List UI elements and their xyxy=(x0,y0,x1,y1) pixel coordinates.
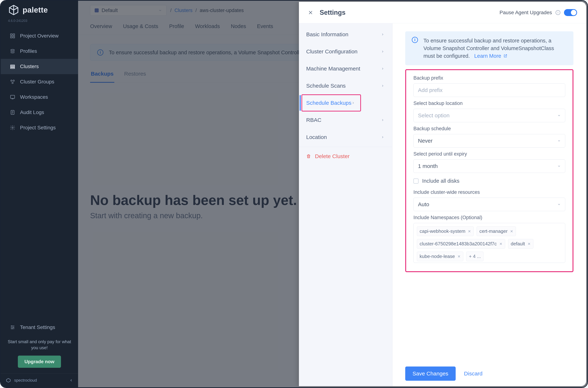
sidebar-item-label: Cluster Groups xyxy=(20,79,54,85)
svg-point-17 xyxy=(12,328,13,329)
namespace-tag[interactable]: kube-node-lease✕ xyxy=(417,252,463,261)
backup-schedule-select[interactable]: Never xyxy=(413,134,565,147)
sidebar-item-tenant-settings[interactable]: Tenant Settings xyxy=(6,321,73,334)
tag-label: kube-node-lease xyxy=(420,254,455,259)
sidebar-item-label: Workspaces xyxy=(20,94,48,100)
cluster-groups-icon xyxy=(10,79,15,85)
namespaces-multiselect[interactable]: capi-webhook-system✕ cert-manager✕ clust… xyxy=(413,223,565,263)
chevron-right-icon xyxy=(381,84,384,87)
settings-nav: Basic Information Cluster Configuration … xyxy=(299,23,392,386)
pause-upgrades-toggle[interactable] xyxy=(564,9,577,16)
settings-nav-rbac[interactable]: RBAC xyxy=(299,112,392,129)
audit-logs-icon xyxy=(10,110,15,115)
learn-more-link[interactable]: Learn More xyxy=(474,52,507,60)
svg-marker-18 xyxy=(7,379,10,382)
select-value: Never xyxy=(418,138,432,144)
chevron-right-icon xyxy=(381,33,384,36)
settings-form: i To ensure successful backup and restor… xyxy=(392,23,586,386)
svg-point-11 xyxy=(12,82,13,84)
sidebar-item-clusters[interactable]: Clusters xyxy=(1,59,78,74)
svg-rect-8 xyxy=(11,68,15,69)
sliders-icon xyxy=(10,325,15,330)
select-value: Auto xyxy=(418,201,429,207)
include-all-disks-checkbox[interactable] xyxy=(413,178,419,184)
settings-nav-schedule-scans[interactable]: Schedule Scans xyxy=(299,77,392,94)
settings-nav-machine-management[interactable]: Machine Management xyxy=(299,60,392,77)
expiry-label: Select period until expiry xyxy=(413,151,565,157)
chevron-down-icon xyxy=(557,114,561,117)
settings-nav-basic-information[interactable]: Basic Information xyxy=(299,26,392,43)
chevron-right-icon xyxy=(381,118,384,122)
namespace-tag[interactable]: default✕ xyxy=(508,239,533,249)
chevron-right-icon xyxy=(381,67,384,70)
svg-point-15 xyxy=(11,326,12,326)
settings-nav-schedule-backups[interactable]: Schedule Backups xyxy=(299,94,392,112)
form-info-text: To ensure successful backup and restore … xyxy=(423,37,567,60)
tag-remove-icon[interactable]: ✕ xyxy=(528,242,531,246)
sidebar-item-project-overview[interactable]: Project Overview xyxy=(1,28,78,44)
tenant-picker[interactable]: spectrocloud xyxy=(1,373,78,387)
sidebar-item-audit-logs[interactable]: Audit Logs xyxy=(1,105,78,120)
sidebar-bottom: Tenant Settings Start small and only pay… xyxy=(1,317,78,373)
tag-remove-icon[interactable]: ✕ xyxy=(510,229,513,234)
namespaces-label: Include Namespaces (Optional) xyxy=(413,215,565,220)
tag-remove-icon[interactable]: ✕ xyxy=(499,242,502,246)
upgrade-button[interactable]: Upgrade now xyxy=(18,356,61,368)
tag-label: cert-manager xyxy=(479,228,508,234)
brand-name: palette xyxy=(23,6,48,14)
workspaces-icon xyxy=(10,94,15,100)
sidebar-item-label: Tenant Settings xyxy=(20,324,55,330)
svg-rect-12 xyxy=(11,95,15,98)
namespace-tag[interactable]: cert-manager✕ xyxy=(476,226,516,236)
sidebar-item-cluster-groups[interactable]: Cluster Groups xyxy=(1,74,78,89)
sidebar-item-label: Project Settings xyxy=(20,125,56,131)
settings-nav-label: Schedule Backups xyxy=(306,100,352,106)
svg-point-16 xyxy=(13,327,14,328)
delete-cluster-button[interactable]: Delete Cluster xyxy=(299,149,392,163)
discard-button[interactable]: Discard xyxy=(463,370,484,377)
settings-nav-location[interactable]: Location xyxy=(299,129,392,146)
tag-remove-icon[interactable]: ✕ xyxy=(457,254,461,259)
settings-nav-cluster-configuration[interactable]: Cluster Configuration xyxy=(299,43,392,60)
sidebar-nav: Project Overview Profiles Clusters Clust… xyxy=(1,28,78,317)
backup-prefix-label: Backup prefix xyxy=(413,75,565,81)
backup-prefix-input[interactable]: Add prefix xyxy=(413,83,565,97)
settings-nav-label: Schedule Scans xyxy=(306,83,346,89)
sidebar-item-project-settings[interactable]: Project Settings xyxy=(1,120,78,135)
svg-rect-1 xyxy=(11,34,12,36)
sidebar-item-profiles[interactable]: Profiles xyxy=(1,44,78,59)
namespace-tag-more[interactable]: + 4 ... xyxy=(466,252,484,261)
svg-rect-6 xyxy=(11,65,15,66)
include-all-disks-label: Include all disks xyxy=(422,178,459,184)
svg-point-14 xyxy=(12,127,13,128)
palette-logo-icon xyxy=(8,4,19,16)
sidebar-item-workspaces[interactable]: Workspaces xyxy=(1,89,78,105)
tenant-name: spectrocloud xyxy=(14,378,37,383)
settings-nav-label: Basic Information xyxy=(306,31,348,38)
backup-schedule-label: Backup schedule xyxy=(413,126,565,132)
sidebar: palette 4.6.0-241203 Project Overview Pr… xyxy=(1,1,78,387)
drawer-title: Settings xyxy=(320,9,345,16)
backup-location-select[interactable]: Select option xyxy=(413,109,565,122)
delete-cluster-label: Delete Cluster xyxy=(315,153,350,159)
info-icon[interactable]: i xyxy=(556,10,560,15)
sidebar-item-label: Profiles xyxy=(20,48,37,54)
chevron-right-icon xyxy=(352,101,355,105)
svg-rect-4 xyxy=(13,36,15,38)
form-highlight-box: Backup prefix Add prefix Select backup l… xyxy=(405,69,573,272)
chevron-left-icon xyxy=(69,379,73,382)
brand: palette xyxy=(1,1,78,16)
cluster-wide-label: Include cluster-wide resources xyxy=(413,190,565,195)
external-link-icon xyxy=(503,54,507,58)
namespace-tag[interactable]: cluster-6750298e1483b3a200142f7c✕ xyxy=(417,239,505,249)
cluster-wide-select[interactable]: Auto xyxy=(413,198,565,211)
expiry-select[interactable]: 1 month xyxy=(413,159,565,173)
close-icon[interactable] xyxy=(308,10,313,15)
tag-label: default xyxy=(511,241,525,247)
namespace-tag[interactable]: capi-webhook-system✕ xyxy=(417,226,474,236)
pause-upgrades-label: Pause Agent Upgrades xyxy=(499,10,552,16)
save-button[interactable]: Save Changes xyxy=(405,366,456,381)
clusters-icon xyxy=(10,64,15,69)
chevron-down-icon xyxy=(557,139,561,143)
tag-remove-icon[interactable]: ✕ xyxy=(468,229,471,234)
